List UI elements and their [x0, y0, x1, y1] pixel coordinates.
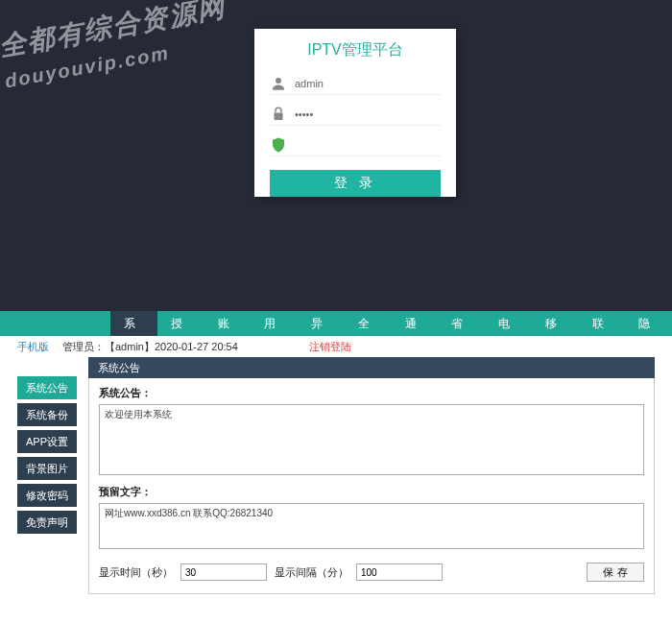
watermark: 全都有综合资源网 douyouvip.com: [0, 0, 234, 94]
svg-point-0: [276, 78, 281, 84]
admin-section: 系统授权账号用户异常全网通用省内电信移动联通隐藏 手机版 管理员：【admin】…: [0, 311, 672, 623]
top-nav: 系统授权账号用户异常全网通用省内电信移动联通隐藏: [0, 311, 672, 336]
sidebar-item-3[interactable]: 背景图片: [17, 457, 77, 480]
nav-item-10[interactable]: 联通: [579, 311, 626, 336]
svg-rect-1: [275, 112, 283, 120]
sidebar-item-5[interactable]: 免责声明: [17, 511, 77, 534]
main-panel: 系统公告 系统公告： 预留文字： 显示时间（秒） 显示间隔（分） 保 存: [88, 357, 655, 594]
announcement-label: 系统公告：: [99, 386, 644, 400]
user-icon: [270, 75, 287, 92]
username-row: [270, 72, 441, 95]
sidebar-item-2[interactable]: APP设置: [17, 430, 77, 453]
announcement-block: 系统公告：: [99, 386, 644, 477]
sidebar-item-1[interactable]: 系统备份: [17, 403, 77, 426]
nav-item-8[interactable]: 电信: [485, 311, 532, 336]
settings-row: 显示时间（秒） 显示间隔（分） 保 存: [99, 559, 644, 586]
nav-item-2[interactable]: 账号: [204, 311, 252, 336]
content-area: 系统公告系统备份APP设置背景图片修改密码免责声明 系统公告 系统公告： 预留文…: [0, 357, 672, 594]
nav-item-6[interactable]: 通用: [392, 311, 439, 336]
announcement-textarea[interactable]: [99, 404, 644, 475]
display-interval-label: 显示间隔（分）: [275, 565, 348, 580]
sidebar: 系统公告系统备份APP设置背景图片修改密码免责声明: [17, 357, 77, 594]
mobile-link[interactable]: 手机版: [17, 340, 49, 354]
reserved-block: 预留文字：: [99, 485, 644, 551]
nav-item-5[interactable]: 全网: [345, 311, 392, 336]
login-button[interactable]: 登 录: [270, 170, 441, 197]
nav-item-0[interactable]: 系统: [110, 311, 157, 336]
lock-icon: [270, 106, 287, 123]
admin-info: 管理员：【admin】2020-01-27 20:54: [62, 340, 238, 354]
nav-item-7[interactable]: 省内: [438, 311, 485, 336]
display-interval-input[interactable]: [356, 563, 443, 581]
panel-body: 系统公告： 预留文字： 显示时间（秒） 显示间隔（分） 保 存: [88, 378, 655, 594]
reserved-label: 预留文字：: [99, 485, 644, 499]
display-time-input[interactable]: [180, 563, 267, 581]
shield-icon: [270, 136, 287, 154]
sidebar-item-4[interactable]: 修改密码: [17, 484, 77, 507]
display-time-label: 显示时间（秒）: [99, 565, 173, 580]
nav-item-3[interactable]: 用户: [251, 311, 298, 336]
login-section: 全都有综合资源网 douyouvip.com IPTV管理平台 登 录: [0, 0, 672, 311]
nav-item-1[interactable]: 授权: [157, 311, 204, 336]
login-title: IPTV管理平台: [270, 40, 441, 60]
nav-item-4[interactable]: 异常: [298, 311, 345, 336]
nav-item-9[interactable]: 移动: [532, 311, 579, 336]
username-input[interactable]: [295, 78, 441, 89]
reserved-textarea[interactable]: [99, 503, 644, 549]
sidebar-item-0[interactable]: 系统公告: [17, 376, 77, 399]
info-bar: 手机版 管理员：【admin】2020-01-27 20:54 注销登陆: [0, 336, 672, 357]
save-button[interactable]: 保 存: [587, 563, 644, 582]
password-row: [270, 103, 441, 126]
login-box: IPTV管理平台 登 录: [254, 29, 456, 197]
password-input[interactable]: [295, 108, 441, 120]
captcha-input[interactable]: [295, 139, 441, 151]
captcha-row: [270, 133, 441, 156]
nav-item-11[interactable]: 隐藏: [625, 311, 672, 336]
logout-link[interactable]: 注销登陆: [309, 340, 351, 354]
panel-header: 系统公告: [88, 357, 655, 378]
